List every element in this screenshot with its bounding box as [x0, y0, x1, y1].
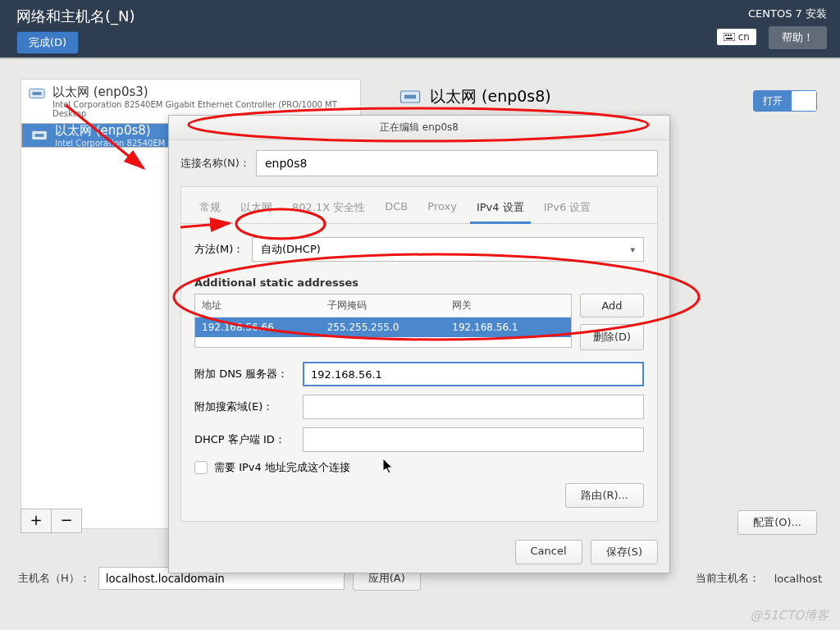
cursor-icon: [383, 459, 395, 475]
switch-knob: [792, 91, 816, 111]
cell-netmask: 255.255.255.0: [321, 317, 446, 337]
connection-name-label: 连接名称(N)：: [180, 156, 256, 171]
nic-desc: Intel Corporation 82540EM G: [55, 139, 174, 148]
add-address-button[interactable]: Add: [580, 294, 644, 317]
svg-rect-4: [726, 38, 733, 39]
svg-rect-1: [725, 34, 727, 36]
current-hostname-value: localhost: [774, 573, 822, 585]
cell-address: 192.168.56.66: [195, 317, 321, 337]
dns-label: 附加 DNS 服务器：: [194, 367, 303, 381]
method-select[interactable]: 自动(DHCP): [252, 237, 644, 262]
svg-rect-3: [730, 34, 732, 36]
cell-gateway: 192.168.56.1: [445, 317, 571, 337]
col-address: 地址: [195, 294, 321, 317]
method-label: 方法(M)：: [194, 242, 252, 257]
tab-dcb[interactable]: DCB: [375, 195, 418, 223]
add-nic-button[interactable]: +: [21, 509, 52, 533]
current-hostname-label: 当前主机名：: [696, 571, 760, 586]
detail-header: 以太网 (enp0s8): [399, 85, 551, 108]
ethernet-icon: [28, 84, 46, 103]
settings-tabs: 常规 以太网 802.1X 安全性 DCB Proxy IPv4 设置 IPv6…: [181, 187, 657, 224]
ethernet-icon: [30, 126, 48, 144]
search-domain-label: 附加搜索域(E)：: [194, 399, 303, 414]
help-button[interactable]: 帮助！: [769, 26, 827, 49]
save-button[interactable]: 保存(S): [591, 540, 658, 564]
ethernet-icon: [399, 85, 422, 108]
installer-label: CENTOS 7 安装: [717, 7, 827, 21]
dhcp-client-input[interactable]: [303, 427, 644, 452]
require-ipv4-label: 需要 IPv4 地址完成这个连接: [214, 460, 350, 475]
svg-rect-8: [35, 134, 44, 137]
page-title: 网络和主机名(_N): [0, 0, 840, 30]
tab-ipv6[interactable]: IPv6 设置: [534, 195, 601, 223]
address-table[interactable]: 地址 子网掩码 网关 192.168.56.66 255.255.255.0 1…: [194, 294, 572, 348]
connection-name-input[interactable]: [256, 150, 658, 176]
nic-name: 以太网 (enp0s8): [55, 123, 174, 139]
connection-switch[interactable]: 打开: [753, 90, 817, 112]
edit-connection-dialog: 正在编辑 enp0s8 连接名称(N)： 常规 以太网 802.1X 安全性 D…: [168, 115, 670, 573]
remove-nic-button[interactable]: −: [51, 509, 82, 533]
svg-rect-2: [728, 34, 729, 36]
col-gateway: 网关: [445, 294, 571, 317]
tab-ipv4[interactable]: IPv4 设置: [467, 195, 534, 223]
search-domain-input[interactable]: [303, 395, 644, 419]
col-netmask: 子网掩码: [321, 294, 446, 317]
detail-title: 以太网 (enp0s8): [430, 86, 551, 107]
dhcp-client-label: DHCP 客户端 ID：: [194, 432, 303, 447]
routes-button[interactable]: 路由(R)...: [565, 483, 644, 508]
keyboard-icon: [724, 33, 735, 41]
cancel-button[interactable]: Cancel: [515, 540, 582, 564]
dns-input[interactable]: [303, 362, 644, 386]
svg-rect-0: [724, 33, 735, 41]
tab-8021x[interactable]: 802.1X 安全性: [282, 195, 375, 223]
tab-proxy[interactable]: Proxy: [418, 195, 467, 223]
dialog-title: 正在编辑 enp0s8: [169, 116, 669, 140]
address-row[interactable]: 192.168.56.66 255.255.255.0 192.168.56.1: [195, 317, 571, 337]
require-ipv4-checkbox[interactable]: [194, 461, 208, 474]
delete-address-button[interactable]: 删除(D): [580, 324, 644, 350]
hostname-label: 主机名（H）：: [18, 571, 90, 586]
watermark: @51CTO博客: [750, 608, 829, 623]
svg-rect-6: [33, 92, 42, 95]
done-button[interactable]: 完成(D): [16, 31, 79, 54]
tab-ethernet[interactable]: 以太网: [231, 195, 282, 223]
static-addresses-title: Additional static addresses: [194, 276, 644, 289]
svg-rect-10: [404, 95, 416, 99]
configure-button[interactable]: 配置(O)...: [737, 510, 817, 535]
switch-label: 打开: [754, 91, 792, 111]
top-bar: 网络和主机名(_N) 完成(D) CENTOS 7 安装 cn 帮助！: [0, 0, 840, 57]
tab-general[interactable]: 常规: [189, 195, 231, 223]
keyboard-indicator[interactable]: cn: [717, 29, 756, 45]
nic-name: 以太网 (enp0s3): [52, 84, 354, 100]
